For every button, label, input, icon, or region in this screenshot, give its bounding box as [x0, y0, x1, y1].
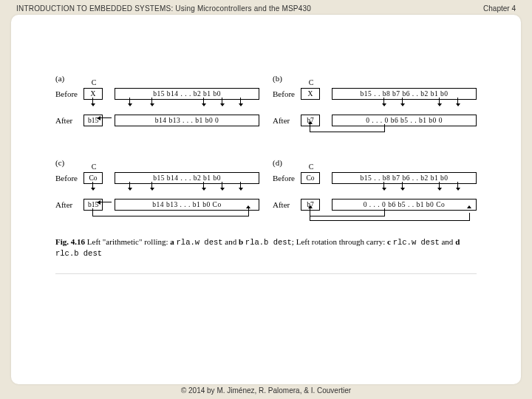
- before-label: Before: [55, 174, 83, 183]
- shift-arrow-icon: [100, 117, 112, 118]
- shift-arrow-icon: [100, 202, 112, 202]
- fig-number: Fig. 4.16: [55, 237, 85, 246]
- carry-wrap-line: [310, 124, 385, 132]
- reg-before: b15 b14 . . . b2 b1 b0: [115, 88, 259, 100]
- book-title: INTRODUCTION TO EMBEDDED SYSTEMS: Using …: [16, 4, 311, 13]
- caption-code: rla.b dest: [245, 238, 292, 247]
- c-header: C: [301, 78, 321, 86]
- carry-before: X: [301, 88, 320, 100]
- arrow-up-icon: [308, 121, 313, 124]
- c-header: C: [301, 163, 321, 171]
- carry-before: Co: [83, 172, 103, 184]
- carry-before: Co: [301, 172, 320, 184]
- before-label: Before: [273, 89, 301, 98]
- row-after: After b15 b14 b13 . . . b1 b0 0: [55, 112, 259, 129]
- row-before: Before C X b15 b14 . . . b2 b1 b0: [55, 86, 259, 102]
- caption-bold: c: [387, 237, 393, 246]
- panel-c: (c) Before C Co b15 b14 . . . b2 b1 b0: [55, 158, 259, 223]
- caption-code: rla.w dest: [177, 238, 223, 247]
- after-label: After: [55, 116, 83, 125]
- caption-text: Left "arithmetic" rolling:: [85, 237, 170, 246]
- panel-b: (b) Before C X b15 . . b8 b7 b6 . . b2 b…: [273, 74, 477, 139]
- caption-text: and: [440, 237, 455, 246]
- arrow-up-icon: [308, 205, 313, 208]
- reg-after: b14 b13 . . . b1 b0 0: [115, 115, 259, 126]
- reg-before: b15 b14 . . . b2 b1 b0: [115, 172, 259, 184]
- carry-wrap-line: [92, 208, 249, 216]
- page-card: (a) Before C X b15 b14 . . . b2 b1 b0: [11, 15, 521, 384]
- c-header: C: [83, 78, 104, 86]
- figure-area: (a) Before C X b15 b14 . . . b2 b1 b0: [55, 74, 477, 274]
- caption-code: rlc.w dest: [393, 238, 440, 247]
- carry-before: X: [83, 88, 103, 100]
- carry-wrap-line: [310, 213, 470, 221]
- after-label: After: [273, 116, 301, 125]
- copyright-footer: © 2014 by M. Jiménez, R. Palomera, & I. …: [0, 386, 532, 395]
- after-label: After: [273, 200, 301, 209]
- chapter-label: Chapter 4: [483, 4, 516, 13]
- caption-bold: a: [170, 237, 176, 246]
- panel-d: (d) Before C Co b15 . . b8 b7 b6 . . b2 …: [273, 158, 477, 223]
- c-header: C: [83, 163, 104, 171]
- reg-before: b15 . . b8 b7 b6 . . b2 b1 b0: [332, 172, 477, 184]
- arrow-up-icon: [246, 205, 250, 208]
- caption-text: and: [223, 237, 239, 246]
- caption-code: rlc.b dest: [55, 249, 102, 258]
- after-label: After: [55, 200, 83, 209]
- caption-text: ; Left rotation through carry:: [292, 237, 387, 246]
- panel-a: (a) Before C X b15 b14 . . . b2 b1 b0: [55, 74, 259, 139]
- figure-caption: Fig. 4.16 Left "arithmetic" rolling: a r…: [55, 236, 477, 259]
- divider: [55, 273, 477, 274]
- caption-bold: d: [455, 237, 460, 246]
- reg-before: b15 . . b8 b7 b6 . . b2 b1 b0: [332, 88, 477, 100]
- before-label: Before: [55, 89, 83, 98]
- arrow-up-icon: [467, 205, 471, 208]
- caption-bold: b: [239, 237, 245, 246]
- before-label: Before: [273, 174, 301, 183]
